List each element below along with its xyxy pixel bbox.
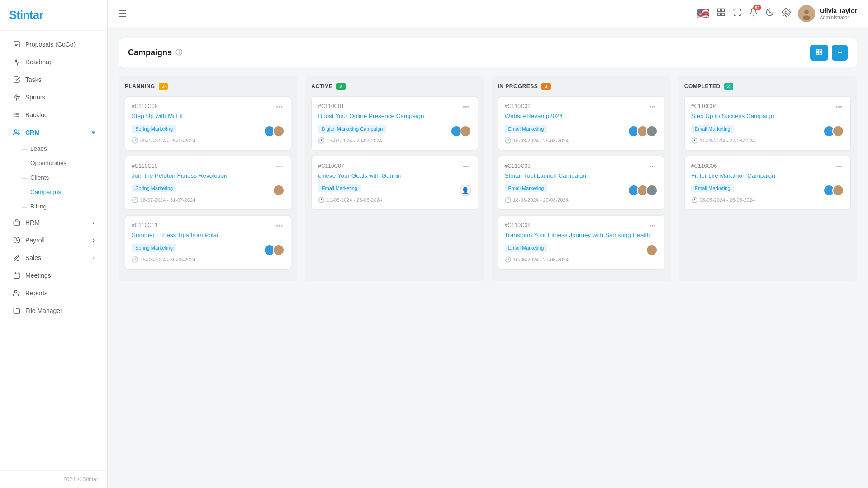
card-date-text: 11-06-2024 - 26-06-2024 (327, 197, 382, 203)
campaign-card[interactable]: #C110C03 ••• Stintar Tool Launch Campaig… (498, 156, 664, 210)
card-avatars (451, 125, 471, 137)
card-tag: Email Marketing (691, 125, 734, 133)
card-menu-button[interactable]: ••• (834, 163, 844, 170)
sidebar-sub-leads[interactable]: Leads (4, 142, 104, 156)
card-menu-button[interactable]: ••• (275, 222, 285, 229)
add-campaign-button[interactable]: + (832, 45, 848, 61)
sidebar-sub-clients[interactable]: Clients (4, 171, 104, 185)
campaign-card[interactable]: #C110C01 ••• Boost Your Online Presence … (311, 96, 478, 151)
card-menu-button[interactable]: ••• (834, 103, 844, 110)
sidebar-item-tasks[interactable]: Tasks (4, 71, 104, 88)
settings-icon[interactable] (782, 8, 791, 19)
card-id: #C110C10 (132, 163, 157, 169)
campaign-card[interactable]: #C110C06 ••• Fit for Life Marathon Campa… (684, 156, 851, 210)
user-profile[interactable]: Olivia Taylor Administrator (798, 5, 857, 22)
card-menu-button[interactable]: ••• (461, 163, 471, 170)
flag-icon[interactable]: 🇺🇸 (697, 8, 709, 19)
info-icon[interactable]: ⓘ (175, 48, 182, 57)
clock-icon: 🕐 (691, 137, 698, 144)
dark-mode-icon[interactable] (765, 8, 774, 19)
avatar-sm (273, 244, 285, 256)
card-tag: Email Marketing (691, 184, 734, 192)
card-date-text: 16-03-2024 - 25-03-2024 (513, 138, 569, 143)
sidebar-sub-billing[interactable]: Billing (4, 199, 104, 213)
sidebar-item-roadmap[interactable]: Roadmap (4, 53, 104, 71)
svg-point-18 (14, 290, 17, 293)
campaign-card[interactable]: #C110C10 ••• Join the Peloton Fitness Re… (125, 156, 291, 210)
campaign-card[interactable]: #C110C02 ••• WebsiteRevamp2024 Email Mar… (498, 96, 664, 151)
sidebar-item-label: File Manager (25, 307, 62, 314)
sidebar-sub-opportunities[interactable]: Opportunities (4, 156, 104, 170)
col-count: 2 (336, 83, 346, 90)
sidebar-item-hrm[interactable]: HRM › (4, 214, 104, 231)
card-tag: Spring Marketing (132, 125, 176, 133)
user-name: Olivia Taylor (820, 7, 857, 14)
card-header: #C110C07 ••• (318, 163, 471, 172)
sidebar-item-sales[interactable]: Sales › (4, 249, 104, 266)
card-id: #C110C07 (318, 163, 344, 169)
avatar-sm (832, 185, 844, 196)
campaign-card[interactable]: #C110C04 ••• Step Up to Success Campaign… (684, 96, 851, 151)
sidebar-sub-label: Billing (30, 203, 47, 210)
svg-point-11 (14, 130, 17, 132)
sidebar-item-sprints[interactable]: Sprints (4, 89, 104, 106)
sidebar-item-reports[interactable]: Reports (4, 284, 104, 302)
card-id: #C110C03 (505, 163, 531, 169)
svg-rect-23 (722, 13, 725, 16)
campaign-card[interactable]: #C110C11 ••• Summer Fitness Tips from Po… (125, 215, 291, 270)
page-content: Campaigns ⓘ + PLANNING 3 #C110C09 ••• St… (108, 27, 868, 488)
grid-view-button[interactable] (810, 45, 828, 61)
card-date: 🕐 11-06-2024 - 26-06-2024 (318, 197, 471, 203)
sidebar-item-crm[interactable]: CRM ▾ (4, 124, 104, 141)
sidebar-sub-label: Campaigns (30, 189, 61, 195)
main-content: ☰ 🇺🇸 52 (108, 0, 868, 488)
card-menu-button[interactable]: ••• (647, 103, 658, 110)
card-menu-button[interactable]: ••• (275, 163, 285, 170)
campaign-card[interactable]: #C110C07 ••• chieve Your Goals with Garm… (311, 156, 478, 210)
user-role: Administrator (820, 14, 857, 20)
card-title: chieve Your Goals with Garmin (318, 172, 471, 180)
sidebar-item-label: HRM (25, 219, 40, 226)
card-menu-button[interactable]: ••• (275, 103, 285, 110)
logo-text: Stintar (9, 8, 43, 22)
svg-point-8 (14, 113, 14, 113)
avatar-sm (646, 185, 658, 196)
backlog-icon (13, 111, 21, 119)
card-tag: Email Marketing (505, 125, 548, 133)
card-date: 🕐 18-03-2024 - 20-03-2024 (505, 197, 658, 203)
expand-icon[interactable] (733, 8, 742, 19)
card-header: #C110C06 ••• (691, 163, 844, 172)
sidebar-sub-campaigns[interactable]: Campaigns (4, 185, 104, 199)
card-menu-button[interactable]: ••• (461, 103, 471, 110)
card-header: #C110C03 ••• (505, 163, 658, 172)
sidebar-item-backlog[interactable]: Backlog (4, 106, 104, 123)
card-date: 🕐 09-07-2024 - 25-07-2024 (132, 137, 285, 144)
sidebar-item-proposals[interactable]: Proposals (CoCo) (4, 36, 104, 53)
card-id: #C110C01 (318, 103, 344, 109)
card-title: Step Up to Success Campaign (691, 112, 844, 120)
sidebar-item-label: CRM (25, 129, 40, 136)
card-avatars (628, 125, 658, 137)
card-header: #C110C09 ••• (132, 103, 285, 112)
col-count: 3 (159, 83, 168, 90)
card-date: 🕐 15-08-2024 - 30-08-2024 (132, 256, 285, 263)
clock-icon: 🕐 (132, 137, 138, 144)
card-tag: Spring Marketing (132, 184, 176, 192)
hamburger-menu[interactable]: ☰ (119, 8, 127, 19)
card-menu-button[interactable]: ••• (647, 222, 658, 229)
sidebar-item-payroll[interactable]: Payroll › (4, 232, 104, 249)
card-header: #C110C08 ••• (505, 222, 658, 231)
campaign-card[interactable]: #C110C09 ••• Step Up with Mi Fit Spring … (125, 96, 291, 151)
campaign-card[interactable]: #C110C08 ••• Transform Your Fitness Jour… (498, 215, 664, 270)
topbar: ☰ 🇺🇸 52 (108, 0, 868, 27)
card-date-text: 10-06-2024 - 27-06-2024 (513, 257, 569, 262)
card-id: #C110C08 (505, 222, 531, 228)
card-menu-button[interactable]: ••• (647, 163, 658, 170)
col-label: PLANNING (125, 83, 155, 90)
reports-icon (13, 289, 21, 297)
grid-icon[interactable] (716, 8, 726, 19)
notification-icon[interactable]: 52 (749, 8, 758, 19)
sidebar-item-file-manager[interactable]: File Manager (4, 302, 104, 319)
sidebar-item-meetings[interactable]: Meetings (4, 267, 104, 284)
card-id: #C110C04 (691, 103, 717, 109)
